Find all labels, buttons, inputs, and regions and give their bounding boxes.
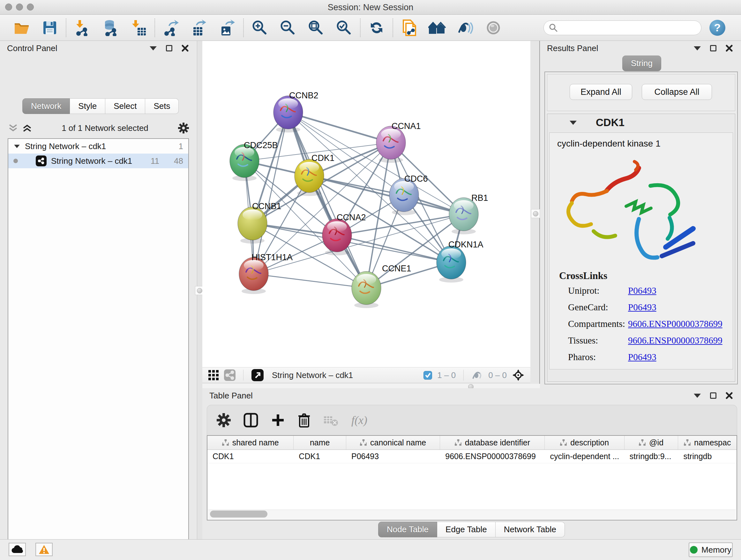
search-icon: [549, 23, 558, 32]
tab-sets[interactable]: Sets: [145, 98, 179, 114]
network-row-selected[interactable]: String Network – cdk1 11 48: [8, 153, 188, 168]
network-edge[interactable]: [309, 176, 464, 214]
hide-enhanced-labels-button[interactable]: [451, 17, 479, 38]
network-node-CCNE1[interactable]: CCNE1: [352, 264, 411, 308]
horizontal-scrollbar-thumb[interactable]: [210, 510, 267, 517]
tab-string[interactable]: String: [622, 56, 661, 71]
gear-icon[interactable]: [217, 413, 231, 427]
compartments-link[interactable]: 9606.ENSP00000378699: [628, 319, 723, 335]
selected-checkbox-icon[interactable]: [423, 371, 432, 380]
table-panel-title: Table Panel: [209, 391, 686, 401]
node-label: CCNA1: [392, 121, 421, 131]
fit-content-icon[interactable]: [512, 369, 525, 381]
gear-icon[interactable]: [178, 123, 189, 133]
uniprot-link[interactable]: P06493: [628, 286, 657, 302]
open-session-button[interactable]: [8, 17, 36, 38]
add-column-icon[interactable]: [271, 413, 285, 427]
network-edge[interactable]: [254, 274, 366, 288]
cloud-status-button[interactable]: [9, 543, 26, 556]
network-edge[interactable]: [254, 112, 288, 274]
close-panel-icon[interactable]: [180, 44, 190, 53]
network-canvas[interactable]: CCNB2CCNA1CDC25BCDK1CDC6RB1CCNB1CCNA2CDK…: [202, 41, 530, 367]
column-header-name[interactable]: name: [293, 436, 346, 449]
tree-expander-icon[interactable]: [14, 145, 20, 148]
tissues-link[interactable]: 9606.ENSP00000378699: [628, 335, 723, 352]
network-node-CDC25B[interactable]: CDC25B: [230, 140, 278, 181]
float-panel-icon[interactable]: [709, 391, 718, 400]
network-node-CCNA1[interactable]: CCNA1: [376, 121, 421, 163]
import-network-file-button[interactable]: [68, 17, 96, 38]
genecard-link[interactable]: P06493: [628, 302, 657, 319]
zoom-in-button[interactable]: [246, 17, 274, 38]
crosslink-row: Compartments:9606.ENSP00000378699: [568, 319, 728, 335]
grid-view-icon[interactable]: [208, 370, 219, 381]
column-header-description[interactable]: description: [545, 436, 624, 449]
column-header-namespace[interactable]: namespac: [678, 436, 737, 449]
float-menu-icon[interactable]: [148, 44, 158, 53]
delete-column-icon[interactable]: [298, 413, 311, 428]
network-graph[interactable]: CCNB2CCNA1CDC25BCDK1CDC6RB1CCNB1CCNA2CDK…: [202, 41, 530, 367]
network-edge[interactable]: [337, 235, 451, 262]
warnings-button[interactable]: [36, 543, 53, 556]
hidden-eye-icon[interactable]: [472, 370, 483, 380]
expand-all-button[interactable]: Expand All: [569, 84, 632, 100]
string-home-button[interactable]: [423, 17, 451, 38]
tab-network-table[interactable]: Network Table: [495, 522, 565, 537]
show-columns-icon[interactable]: [244, 413, 258, 428]
network-edge[interactable]: [288, 112, 366, 288]
tab-style[interactable]: Style: [70, 98, 105, 114]
save-session-button[interactable]: [36, 17, 64, 38]
memory-button[interactable]: Memory: [689, 543, 733, 557]
help-icon[interactable]: ?: [709, 19, 726, 37]
export-network-button[interactable]: [157, 17, 185, 38]
horizontal-scrollbar-track[interactable]: [208, 509, 736, 519]
string-clone-network-button[interactable]: [395, 17, 423, 38]
table-panel: Table Panel f(x) shared name name canoni…: [202, 388, 741, 539]
column-header-shared-name[interactable]: shared name: [207, 436, 293, 449]
tab-network[interactable]: Network: [22, 98, 70, 114]
search-box[interactable]: [543, 20, 701, 35]
tab-select[interactable]: Select: [105, 98, 145, 114]
collapse-all-button[interactable]: Collapse All: [642, 84, 712, 100]
zoom-out-button[interactable]: [274, 17, 302, 38]
pharos-link[interactable]: P06493: [628, 352, 657, 368]
tab-edge-table[interactable]: Edge Table: [437, 522, 495, 537]
export-image-button[interactable]: [213, 17, 241, 38]
collapse-all-icon[interactable]: [8, 124, 18, 132]
zoom-selected-button[interactable]: [330, 17, 358, 38]
float-panel-icon[interactable]: [709, 44, 718, 53]
float-menu-icon[interactable]: [692, 391, 702, 400]
float-menu-icon[interactable]: [692, 44, 702, 53]
import-table-button[interactable]: [125, 17, 152, 38]
column-header-database-identifier[interactable]: database identifier: [440, 436, 545, 449]
export-table-button[interactable]: [185, 17, 213, 38]
expand-all-icon[interactable]: [22, 124, 32, 132]
birdseye-view-icon[interactable]: [252, 369, 264, 381]
float-panel-icon[interactable]: [164, 44, 174, 53]
tab-node-table[interactable]: Node Table: [378, 522, 437, 537]
column-tree-icon: [360, 439, 367, 446]
show-graphics-details-button[interactable]: [479, 17, 508, 38]
close-panel-icon[interactable]: [724, 44, 734, 53]
right-splitter-grip[interactable]: [531, 209, 540, 218]
zoom-fit-button[interactable]: [302, 17, 330, 38]
table-row[interactable]: CDK1 CDK1 P06493 9606.ENSP00000378699 cy…: [207, 450, 737, 463]
network-node-CDK1[interactable]: CDK1: [294, 153, 334, 196]
column-header-canonical-name[interactable]: canonical name: [346, 436, 440, 449]
network-node-CDC6[interactable]: CDC6: [389, 174, 428, 215]
network-node-RB1[interactable]: RB1: [449, 193, 488, 234]
gene-section-header[interactable]: CDK1: [547, 114, 735, 131]
search-input[interactable]: [558, 23, 696, 33]
node-table[interactable]: shared name name canonical name database…: [207, 435, 737, 520]
network-edge[interactable]: [288, 112, 391, 143]
section-expander-icon[interactable]: [569, 121, 577, 125]
import-network-database-button[interactable]: [96, 17, 125, 38]
apply-layout-button[interactable]: [362, 17, 391, 38]
network-collection-row[interactable]: String Network – cdk1 1: [8, 139, 188, 153]
column-header-id[interactable]: @id: [624, 436, 678, 449]
gene-name: CDK1: [596, 117, 624, 129]
network-node-HIST1H1A[interactable]: HIST1H1A: [239, 253, 293, 294]
gene-details: cyclin-dependent kinase 1: [549, 132, 733, 369]
share-view-icon[interactable]: [224, 369, 235, 381]
close-panel-icon[interactable]: [724, 391, 734, 400]
